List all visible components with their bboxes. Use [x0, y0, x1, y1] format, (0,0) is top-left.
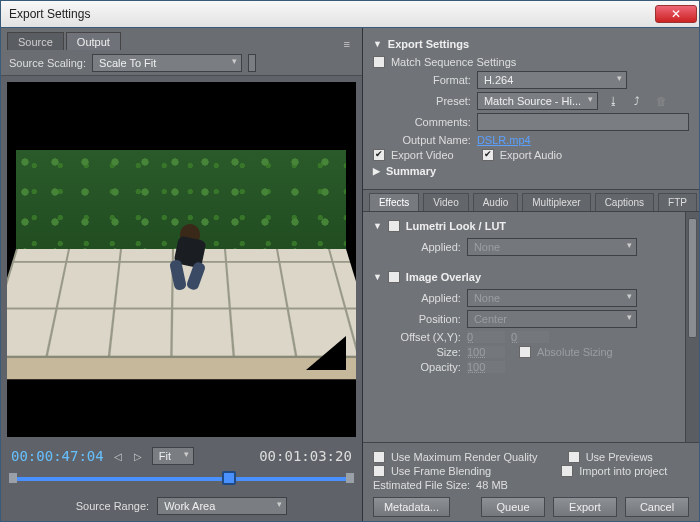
window-title: Export Settings [9, 7, 655, 21]
queue-button[interactable]: Queue [481, 497, 545, 517]
zoom-fit-select[interactable]: Fit [152, 447, 194, 465]
scrollbar-thumb[interactable] [688, 218, 697, 338]
disclosure-icon: ▼ [373, 39, 382, 49]
lumetri-header[interactable]: ▼Lumetri Look / LUT [373, 220, 689, 232]
time-bar: 00:00:47:04 ◁ ▷ Fit 00:01:03:20 [1, 443, 362, 469]
estimated-size-label: Estimated File Size: [373, 479, 470, 491]
tab-audio[interactable]: Audio [473, 193, 519, 211]
frame-blending-checkbox[interactable] [373, 465, 385, 477]
output-name-label: Output Name: [373, 134, 471, 146]
save-preset-icon[interactable]: ⭳ [604, 93, 622, 109]
step-forward-icon[interactable]: ▷ [132, 451, 144, 462]
import-project-label: Import into project [579, 465, 667, 477]
footer-panel: Use Maximum Render Quality Use Previews … [363, 442, 699, 521]
export-settings-header[interactable]: ▼Export Settings [373, 38, 689, 50]
overlay-absolute-checkbox[interactable] [519, 346, 531, 358]
overlay-offset-label: Offset (X,Y): [373, 331, 461, 343]
source-range-label: Source Range: [76, 500, 149, 512]
overlay-position-select[interactable]: Center [467, 310, 637, 328]
timeline-scrubber[interactable] [11, 469, 352, 491]
overlay-offset-x[interactable] [467, 331, 505, 343]
disclosure-icon: ▶ [373, 166, 380, 176]
format-select[interactable]: H.264 [477, 71, 627, 89]
use-previews-checkbox[interactable] [568, 451, 580, 463]
overlay-position-label: Position: [373, 313, 461, 325]
estimated-size-value: 48 MB [476, 479, 508, 491]
overlay-opacity-input[interactable] [467, 361, 505, 373]
overlay-size-input[interactable] [467, 346, 505, 358]
summary-header[interactable]: ▶Summary [373, 165, 689, 177]
tab-output[interactable]: Output [66, 32, 121, 50]
export-settings-panel: ▼Export Settings Match Sequence Settings… [363, 28, 699, 185]
tab-multiplexer[interactable]: Multiplexer [522, 193, 590, 211]
preset-label: Preset: [373, 95, 471, 107]
comments-input[interactable] [477, 113, 689, 131]
timecode-total: 00:01:03:20 [259, 448, 352, 464]
tab-effects[interactable]: Effects [369, 193, 419, 211]
format-label: Format: [373, 74, 471, 86]
import-project-checkbox[interactable] [561, 465, 573, 477]
tab-video[interactable]: Video [423, 193, 468, 211]
overlay-applied-label: Applied: [373, 292, 461, 304]
button-row: Metadata... Queue Export Cancel [373, 497, 689, 517]
image-overlay-enable-checkbox[interactable] [388, 271, 400, 283]
settings-subtabs: Effects Video Audio Multiplexer Captions… [363, 189, 699, 212]
image-overlay-section: ▼Image Overlay Applied:None Position:Cen… [363, 263, 699, 380]
tab-ftp[interactable]: FTP [658, 193, 697, 211]
delete-preset-icon[interactable]: 🗑 [652, 93, 670, 109]
left-pane: Source Output ≡ Source Scaling: Scale To… [1, 28, 363, 521]
max-quality-checkbox[interactable] [373, 451, 385, 463]
source-scaling-bar: Source Scaling: Scale To Fit [1, 50, 362, 76]
tab-captions[interactable]: Captions [595, 193, 654, 211]
source-range-row: Source Range: Work Area [1, 491, 362, 521]
scaling-aux-field[interactable] [248, 54, 256, 72]
overlay-size-label: Size: [373, 346, 461, 358]
overlay-applied-select[interactable]: None [467, 289, 637, 307]
overlay-offset-y[interactable] [511, 331, 549, 343]
left-tabs: Source Output ≡ [1, 28, 362, 50]
match-sequence-label: Match Sequence Settings [391, 56, 516, 68]
panel-menu-icon[interactable]: ≡ [337, 38, 355, 50]
titlebar: Export Settings ✕ [0, 0, 700, 28]
output-name-link[interactable]: DSLR.mp4 [477, 134, 531, 146]
export-video-label: Export Video [391, 149, 454, 161]
overlay-absolute-label: Absolute Sizing [537, 346, 613, 358]
use-previews-label: Use Previews [586, 451, 653, 463]
vertical-scrollbar[interactable] [685, 212, 699, 442]
step-back-icon[interactable]: ◁ [112, 451, 124, 462]
export-video-checkbox[interactable] [373, 149, 385, 161]
comments-label: Comments: [373, 116, 471, 128]
lumetri-section: ▼Lumetri Look / LUT Applied: None [363, 212, 699, 263]
timecode-current[interactable]: 00:00:47:04 [11, 448, 104, 464]
export-button[interactable]: Export [553, 497, 617, 517]
source-scaling-select[interactable]: Scale To Fit [92, 54, 242, 72]
max-quality-label: Use Maximum Render Quality [391, 451, 538, 463]
lumetri-applied-label: Applied: [373, 241, 461, 253]
preview-image [16, 150, 346, 370]
preset-select[interactable]: Match Source - Hi... [477, 92, 598, 110]
cancel-button[interactable]: Cancel [625, 497, 689, 517]
right-pane: ▼Export Settings Match Sequence Settings… [363, 28, 699, 521]
lumetri-applied-select[interactable]: None [467, 238, 637, 256]
export-audio-label: Export Audio [500, 149, 562, 161]
source-scaling-label: Source Scaling: [9, 57, 86, 69]
close-button[interactable]: ✕ [655, 5, 697, 23]
overlay-opacity-label: Opacity: [373, 361, 461, 373]
metadata-button[interactable]: Metadata... [373, 497, 450, 517]
lumetri-enable-checkbox[interactable] [388, 220, 400, 232]
export-audio-checkbox[interactable] [482, 149, 494, 161]
playhead-handle[interactable] [222, 471, 236, 485]
out-point-handle[interactable] [346, 473, 354, 483]
effects-scroll-area: ▼Lumetri Look / LUT Applied: None ▼Image… [363, 212, 699, 442]
source-range-select[interactable]: Work Area [157, 497, 287, 515]
frame-blending-label: Use Frame Blending [391, 465, 491, 477]
scrub-track [11, 477, 352, 481]
image-overlay-header[interactable]: ▼Image Overlay [373, 271, 689, 283]
in-point-handle[interactable] [9, 473, 17, 483]
tab-source[interactable]: Source [7, 32, 64, 50]
preview-area[interactable] [7, 82, 356, 437]
dialog-body: Source Output ≡ Source Scaling: Scale To… [0, 28, 700, 522]
import-preset-icon[interactable]: ⤴ [628, 93, 646, 109]
match-sequence-checkbox[interactable] [373, 56, 385, 68]
